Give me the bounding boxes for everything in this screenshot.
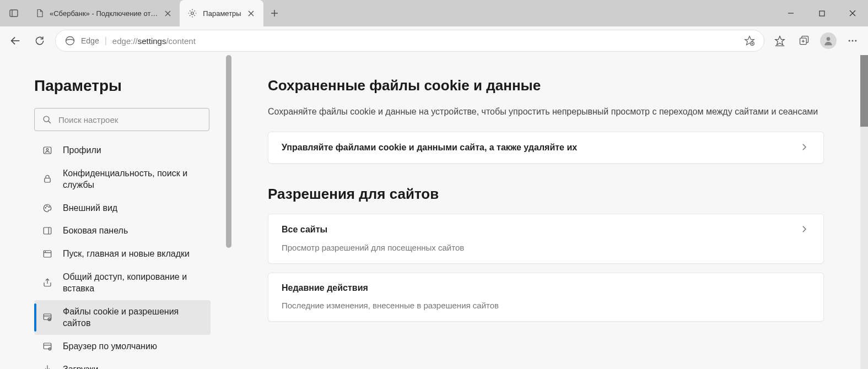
search-input[interactable] <box>58 115 201 124</box>
sidebar-item-appearance[interactable]: Внешний вид <box>34 197 211 220</box>
tab-inactive[interactable]: «Сбербанк» - Подключение от… <box>28 0 180 26</box>
svg-point-27 <box>855 40 856 42</box>
download-icon <box>42 363 53 369</box>
svg-rect-42 <box>44 314 51 320</box>
new-tab-button[interactable] <box>263 0 285 26</box>
sidebar-title: Параметры <box>34 77 214 95</box>
sidebar-item-label: Внешний вид <box>63 202 117 214</box>
chevron-right-icon <box>799 142 810 153</box>
sidebar-container: Параметры Профили Конфиденциальность, по… <box>0 55 231 369</box>
sidebar-item-label: Боковая панель <box>63 225 128 237</box>
sidebar-item-cookies[interactable]: Файлы cookie и разрешения сайтов <box>34 300 211 335</box>
sidebar-item-share[interactable]: Общий доступ, копирование и вставка <box>34 265 211 300</box>
svg-marker-19 <box>775 36 785 45</box>
card-title: Все сайты <box>282 225 799 235</box>
svg-rect-36 <box>44 227 51 234</box>
card-recent-activity[interactable]: Недавние действия Последние изменения, в… <box>268 273 824 322</box>
sidebar-item-label: Пуск, главная и новые вкладки <box>63 248 190 260</box>
scrollbar-thumb[interactable] <box>860 55 868 127</box>
tab-actions-button[interactable] <box>0 0 28 26</box>
sidebar-item-profiles[interactable]: Профили <box>34 139 211 162</box>
profile-button[interactable] <box>817 30 839 52</box>
svg-point-24 <box>827 37 831 41</box>
svg-rect-38 <box>44 251 51 257</box>
address-url: edge://settings/content <box>112 36 196 46</box>
svg-point-34 <box>47 205 48 207</box>
share-icon <box>42 277 53 288</box>
svg-point-28 <box>44 116 49 122</box>
main-scrollbar[interactable] <box>860 55 868 369</box>
sidebar-items: Профили Конфиденциальность, поиск и служ… <box>34 139 214 369</box>
profile-icon <box>42 145 53 156</box>
card-subtitle: Просмотр разрешений для посещенных сайто… <box>282 243 810 252</box>
sidebar-item-label: Файлы cookie и разрешения сайтов <box>63 306 203 329</box>
minimize-button[interactable] <box>775 0 806 26</box>
svg-point-33 <box>45 207 46 208</box>
svg-point-31 <box>46 148 48 150</box>
svg-point-35 <box>48 207 50 208</box>
card-title: Недавние действия <box>282 283 810 293</box>
svg-point-40 <box>45 251 46 252</box>
close-icon[interactable] <box>163 9 172 18</box>
address-prefix: Edge <box>81 36 99 45</box>
svg-rect-32 <box>45 178 51 183</box>
favorites-button[interactable] <box>769 30 791 52</box>
palette-icon <box>42 203 53 214</box>
svg-point-26 <box>852 40 854 42</box>
sidebar-item-downloads[interactable]: Загрузки <box>34 358 211 369</box>
tab-title: Параметры <box>203 9 241 18</box>
sidebar-scrollbar[interactable] <box>226 55 231 369</box>
svg-rect-45 <box>44 343 51 349</box>
page-icon <box>35 9 44 18</box>
sidebar-item-label: Общий доступ, копирование и вставка <box>63 271 203 295</box>
avatar-icon <box>820 32 837 49</box>
svg-point-25 <box>849 40 850 42</box>
section-title-cookies: Сохраненные файлы cookie и данные <box>268 77 824 94</box>
close-icon[interactable] <box>247 9 256 18</box>
titlebar: «Сбербанк» - Подключение от… Параметры <box>0 0 868 26</box>
section-title-permissions: Разрешения для сайтов <box>268 186 824 203</box>
search-settings[interactable] <box>34 108 209 131</box>
scrollbar-thumb[interactable] <box>226 55 231 248</box>
sidebar-item-default-browser[interactable]: Браузер по умолчанию <box>34 335 211 358</box>
card-title: Управляйте файлами cookie и данными сайт… <box>282 143 799 153</box>
sidebar-item-label: Браузер по умолчанию <box>63 340 157 352</box>
toolbar: Edge | edge://settings/content <box>0 26 868 55</box>
sidebar-item-label: Загрузки <box>63 363 98 369</box>
card-subtitle: Последние изменения, внесенные в разреше… <box>282 301 810 310</box>
edge-logo-icon <box>64 35 76 46</box>
svg-line-29 <box>48 121 51 123</box>
browser-icon <box>42 341 53 352</box>
gear-icon <box>187 8 197 18</box>
refresh-button[interactable] <box>29 30 51 52</box>
lock-icon <box>42 173 53 184</box>
sidebar-icon <box>42 225 53 236</box>
main-content: Сохраненные файлы cookie и данные Сохран… <box>231 55 868 369</box>
svg-rect-0 <box>10 10 18 17</box>
sidebar-item-start[interactable]: Пуск, главная и новые вкладки <box>34 242 211 265</box>
collections-button[interactable] <box>793 30 815 52</box>
settings-sidebar: Параметры Профили Конфиденциальность, по… <box>0 55 231 369</box>
svg-rect-10 <box>820 11 824 16</box>
chevron-right-icon <box>799 224 810 235</box>
sidebar-item-label: Конфиденциальность, поиск и службы <box>63 167 203 191</box>
svg-point-14 <box>66 37 74 45</box>
back-button[interactable] <box>4 30 26 52</box>
sidebar-item-privacy[interactable]: Конфиденциальность, поиск и службы <box>34 162 211 197</box>
more-button[interactable] <box>842 30 864 52</box>
sidebar-item-label: Профили <box>63 144 101 156</box>
address-bar[interactable]: Edge | edge://settings/content <box>55 30 764 52</box>
tab-active[interactable]: Параметры <box>180 0 263 26</box>
card-manage-cookies[interactable]: Управляйте файлами cookie и данными сайт… <box>268 132 824 164</box>
sidebar-item-sidebar[interactable]: Боковая панель <box>34 219 211 242</box>
window-close-button[interactable] <box>837 0 868 26</box>
start-icon <box>42 248 53 259</box>
section-description: Сохраняйте файлы cookie и данные на устр… <box>268 105 824 118</box>
content-area: Параметры Профили Конфиденциальность, по… <box>0 55 868 369</box>
window-controls <box>775 0 868 26</box>
separator: | <box>105 36 107 46</box>
add-favorite-icon[interactable] <box>744 35 755 46</box>
svg-point-4 <box>191 12 194 15</box>
card-all-sites[interactable]: Все сайты Просмотр разрешений для посеще… <box>268 214 824 264</box>
maximize-button[interactable] <box>806 0 837 26</box>
